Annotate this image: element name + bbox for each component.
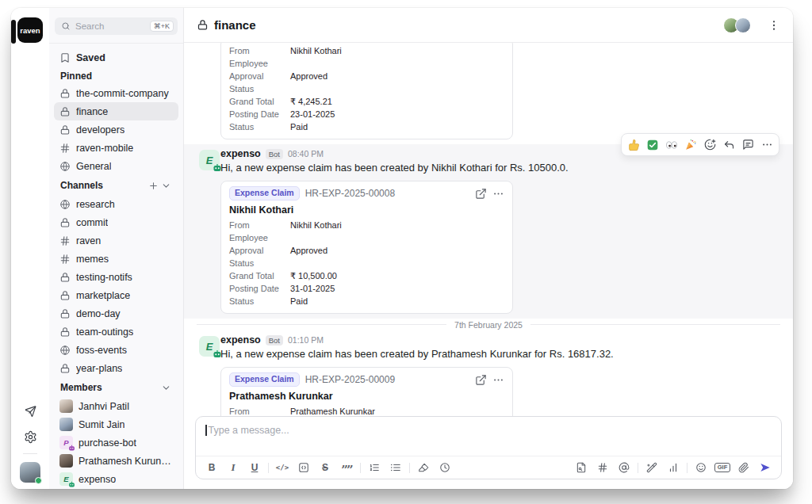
reaction-eyes[interactable] <box>663 136 680 153</box>
sidebar-item-developers[interactable]: developers <box>54 120 178 139</box>
send-message-button[interactable] <box>757 460 773 475</box>
send-icon[interactable] <box>19 403 41 420</box>
comment-icon[interactable] <box>739 136 756 153</box>
reaction-party-popper[interactable] <box>682 136 699 153</box>
bot-badge: Bot <box>266 149 283 160</box>
raven-workspace-logo[interactable]: raven <box>17 17 43 43</box>
message-input[interactable]: Type a message... <box>196 417 781 456</box>
sidebar-item-team-outings[interactable]: team-outings <box>54 323 178 341</box>
sidebar-item-marketplace[interactable]: marketplace <box>54 286 178 304</box>
partial-message: From EmployeeNikhil Kothari Approval Sta… <box>184 43 793 144</box>
attachment-button[interactable] <box>736 460 752 475</box>
globe-icon <box>59 199 71 210</box>
user-avatar[interactable] <box>20 462 40 483</box>
sidebar-item-raven-mobile[interactable]: raven-mobile <box>54 139 178 157</box>
channel-members-avatars[interactable] <box>723 17 751 33</box>
channel-label: raven-mobile <box>76 143 133 154</box>
reply-icon[interactable] <box>720 136 737 153</box>
chevron-down-icon[interactable] <box>159 179 172 192</box>
highlight-button[interactable] <box>416 460 431 475</box>
blockquote-button[interactable]: ”” <box>339 460 354 475</box>
sidebar-item-demo-day[interactable]: demo-day <box>54 304 178 323</box>
more-options-icon[interactable] <box>758 136 776 153</box>
channel-label: memes <box>76 254 109 265</box>
add-reaction-icon[interactable] <box>701 136 718 153</box>
hash-icon <box>59 143 71 154</box>
code-block-icon <box>298 462 309 473</box>
message-header: expenso Bot 01:10 PM <box>220 334 780 346</box>
sidebar-item-testing-notifs[interactable]: testing-notifs <box>54 268 178 286</box>
ordered-list-button[interactable] <box>366 460 382 475</box>
expenso-bot-avatar[interactable]: E <box>199 150 220 170</box>
card-row: From EmployeeNikhil Kothari <box>229 219 504 244</box>
expense-claim-card[interactable]: Expense Claim HR-EXP-2025-00008 Nikhil K… <box>220 181 513 314</box>
sidebar-item-year-plans[interactable]: year-plans <box>54 359 178 377</box>
ai-assist-button[interactable] <box>644 460 660 475</box>
row-label: Posting Date <box>229 282 290 295</box>
reaction-check-mark[interactable] <box>644 136 661 153</box>
lock-icon <box>59 290 71 301</box>
settings-gear-icon[interactable] <box>19 428 41 445</box>
sender-name[interactable]: expenso <box>220 334 261 346</box>
workspace-active-indicator <box>11 20 16 44</box>
more-options-icon[interactable] <box>492 188 504 200</box>
bold-button[interactable]: B <box>204 460 220 475</box>
sidebar-item-raven[interactable]: raven <box>54 231 178 250</box>
poll-button[interactable] <box>665 460 681 475</box>
timestamp-button[interactable] <box>437 460 453 475</box>
channel-label: raven <box>76 235 101 246</box>
message-expenso-0110pm[interactable]: E expenso Bot 01:10 PM Hi, a new expense… <box>184 330 793 416</box>
member-label: Janhvi Patil <box>79 401 129 412</box>
sidebar-item-commit[interactable]: commit <box>54 213 178 231</box>
expense-claim-card[interactable]: Expense Claim HR-EXP-2025-00009 Prathame… <box>220 367 513 416</box>
lock-icon <box>59 326 71 338</box>
gif-button[interactable]: GIF <box>714 460 730 475</box>
highlighter-icon <box>418 462 429 473</box>
bullet-list-button[interactable] <box>388 460 404 475</box>
external-link-icon[interactable] <box>475 374 487 386</box>
sidebar-item-memes[interactable]: memes <box>54 250 178 268</box>
italic-button[interactable]: I <box>225 460 241 475</box>
sidebar: Search ⌘+K Saved Pinned the-commit-compa… <box>49 8 184 489</box>
member-item-sumit-jain[interactable]: Sumit Jain <box>54 415 178 433</box>
reaction-thumbs-up[interactable] <box>625 136 642 153</box>
attach-document-button[interactable] <box>573 460 589 475</box>
emoji-button[interactable] <box>693 460 709 475</box>
channel-label: developers <box>76 124 124 136</box>
message-expenso-0840pm[interactable]: E expenso Bot 08:40 PM Hi, a new expense… <box>184 144 793 319</box>
channel-mention-button[interactable] <box>595 460 611 475</box>
expenso-bot-avatar[interactable]: E <box>199 336 220 357</box>
member-item-prathamesh-kurunkar[interactable]: Prathamesh Kurunkar <box>54 452 178 470</box>
avatar <box>59 454 73 468</box>
hash-icon <box>59 235 71 246</box>
member-item-janhvi-patil[interactable]: Janhvi Patil <box>54 397 178 415</box>
code-inline-button[interactable]: </> <box>274 460 290 475</box>
chevron-down-icon[interactable] <box>159 381 172 394</box>
sidebar-item-saved[interactable]: Saved <box>54 48 178 67</box>
more-options-icon[interactable] <box>492 374 504 386</box>
user-mention-button[interactable] <box>616 460 632 475</box>
avatar <box>735 17 751 33</box>
pinned-section-label: Pinned <box>49 67 183 84</box>
underline-button[interactable]: U <box>247 460 262 475</box>
paperclip-icon <box>738 462 749 473</box>
kebab-menu-icon[interactable] <box>768 19 780 32</box>
channel-label: testing-notifs <box>76 272 132 283</box>
card-row: Grand Total₹ 10,500.00 <box>229 269 504 282</box>
add-channel-icon[interactable] <box>147 179 159 192</box>
sender-name[interactable]: expenso <box>220 148 261 160</box>
strikethrough-button[interactable]: S <box>317 460 333 475</box>
code-block-button[interactable] <box>296 460 312 475</box>
sidebar-item-general[interactable]: General <box>54 157 178 175</box>
sidebar-item-the-commit-company[interactable]: the-commit-company <box>54 84 178 102</box>
channel-label: commit <box>76 217 108 228</box>
member-item-expenso[interactable]: E expenso <box>54 470 178 488</box>
sidebar-item-foss-events[interactable]: foss-events <box>54 341 178 359</box>
external-link-icon[interactable] <box>475 188 487 200</box>
sidebar-item-research[interactable]: research <box>54 195 178 213</box>
member-item-purchase-bot[interactable]: P purchase-bot <box>54 433 178 452</box>
sidebar-item-finance[interactable]: finance <box>54 102 178 120</box>
expense-claim-card-partial[interactable]: From EmployeeNikhil Kothari Approval Sta… <box>220 43 513 139</box>
search-input[interactable]: Search ⌘+K <box>55 17 178 35</box>
hash-icon <box>59 254 71 265</box>
